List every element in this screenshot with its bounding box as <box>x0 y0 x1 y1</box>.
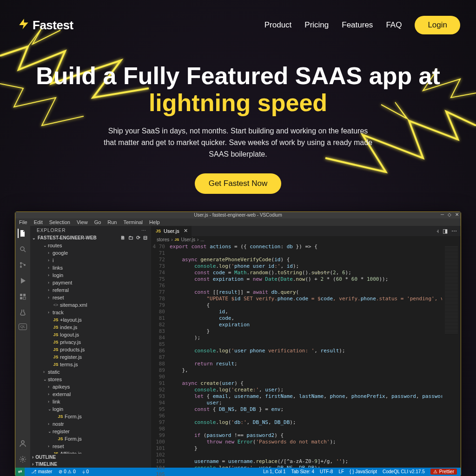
svg-rect-7 <box>23 297 26 299</box>
file-tree[interactable]: ⌄routes›google›i›links›login›payment›ref… <box>30 242 151 454</box>
nav-product[interactable]: Product <box>264 20 292 30</box>
tree-item[interactable]: ›track <box>30 309 151 316</box>
explorer-more-icon[interactable]: ⋯ <box>141 228 146 233</box>
cursor-position[interactable]: Ln 1, Col 1 <box>263 469 285 474</box>
prettier-status[interactable]: ⚠ Prettier <box>430 469 457 475</box>
tab-close-icon[interactable]: ✕ <box>184 228 188 234</box>
language-mode[interactable]: { } JavaScript <box>350 469 377 474</box>
tree-item[interactable]: JSForm.js <box>30 435 151 443</box>
tree-item[interactable]: JS+layout.js <box>30 316 151 324</box>
bolt-icon <box>16 16 32 34</box>
svg-rect-5 <box>23 294 26 296</box>
new-folder-icon[interactable]: 🗀 <box>128 235 133 241</box>
tree-item[interactable]: ⌄login <box>30 405 151 413</box>
more-actions-icon[interactable]: ⋯ <box>451 228 457 234</box>
menu-view[interactable]: View <box>77 219 88 225</box>
nav-links: Product Pricing Features FAQ Login <box>264 16 460 34</box>
extensions-icon[interactable] <box>18 292 27 301</box>
remote-indicator-icon[interactable]: ⇄ <box>15 468 25 476</box>
timeline-section[interactable]: ›TIMELINE <box>30 461 151 468</box>
tree-item[interactable]: JSAffiliate.js <box>30 450 151 454</box>
tree-item[interactable]: ›reset <box>30 443 151 450</box>
hero-title-line2: lightning speed <box>149 89 327 116</box>
tab-label: User.js <box>164 228 179 234</box>
tree-item[interactable]: ⌄register <box>30 428 151 435</box>
minimap[interactable] <box>442 244 461 468</box>
tree-item[interactable]: ›google <box>30 249 151 257</box>
branch-indicator[interactable]: ⎇ master <box>31 469 52 474</box>
js-file-icon: JS <box>156 229 161 233</box>
explorer-label: EXPLORER <box>37 228 66 233</box>
window-close-icon[interactable]: ✕ <box>455 212 459 217</box>
tree-item[interactable]: JSregister.js <box>30 353 151 361</box>
nav-pricing[interactable]: Pricing <box>304 20 329 30</box>
menu-run[interactable]: Run <box>107 219 117 225</box>
brand-logo[interactable]: Fastest <box>16 16 73 34</box>
refresh-icon[interactable]: ⟳ <box>136 235 140 241</box>
tree-item[interactable]: JSterms.js <box>30 361 151 368</box>
encoding[interactable]: UTF-8 <box>320 469 333 474</box>
nav-features[interactable]: Features <box>342 20 373 30</box>
menu-selection[interactable]: Selection <box>49 219 70 225</box>
tree-item[interactable]: JSindex.js <box>30 324 151 331</box>
tree-item[interactable]: JSprivacy.js <box>30 338 151 346</box>
svg-point-1 <box>20 262 22 264</box>
tree-item[interactable]: ›apikeys <box>30 383 151 390</box>
login-button[interactable]: Login <box>415 16 460 34</box>
compare-icon[interactable]: ⫞ <box>436 228 439 234</box>
tree-item[interactable]: ⌄stores <box>30 376 151 383</box>
settings-gear-icon[interactable] <box>18 455 27 464</box>
svg-point-9 <box>22 458 24 460</box>
tab-userjs[interactable]: JS User.js ✕ <box>151 226 192 236</box>
ports-indicator[interactable]: ⏚ 0 <box>82 469 89 474</box>
collapse-all-icon[interactable]: ⊟ <box>143 235 147 241</box>
tree-item[interactable]: ›payment <box>30 279 151 286</box>
tree-item[interactable]: ›links <box>30 264 151 271</box>
outline-section[interactable]: ›OUTLINE <box>30 454 151 461</box>
tree-item[interactable]: JSlogout.js <box>30 331 151 338</box>
run-debug-icon[interactable] <box>18 276 27 285</box>
code-content[interactable]: export const actions = ({ connection: db… <box>170 244 442 468</box>
window-titlebar: User.js - fastest-engineer-web - VSCodiu… <box>15 212 461 218</box>
testing-icon[interactable] <box>18 308 27 317</box>
window-maximize-icon[interactable]: ◇ <box>448 212 451 217</box>
window-minimize-icon[interactable]: ─ <box>441 212 444 217</box>
tree-item[interactable]: ›reset <box>30 294 151 301</box>
svg-point-0 <box>20 247 24 251</box>
cta-button[interactable]: Get Fastest Now <box>195 173 282 194</box>
explorer-icon[interactable] <box>18 229 27 238</box>
tree-item[interactable]: <>sitemap.xml <box>30 301 151 309</box>
menu-help[interactable]: Help <box>149 219 160 225</box>
menu-file[interactable]: File <box>19 219 27 225</box>
menu-go[interactable]: Go <box>94 219 101 225</box>
tree-item[interactable]: JSForm.js <box>30 413 151 420</box>
codeql-icon[interactable]: QL <box>19 324 27 330</box>
tree-item[interactable]: ›i <box>30 257 151 264</box>
tree-item[interactable]: ›static <box>30 368 151 376</box>
accounts-icon[interactable] <box>18 439 27 448</box>
breadcrumbs[interactable]: stores› JS User.js› ... <box>151 236 461 244</box>
split-right-icon[interactable]: ◨ <box>443 228 448 234</box>
menu-edit[interactable]: Edit <box>34 219 43 225</box>
activity-bar: QL <box>15 226 30 468</box>
brand-name: Fastest <box>33 18 73 33</box>
status-bar: ⇄ ⎇ master ⊘ 0 ⚠ 0 ⏚ 0 Ln 1, Col 1 Tab S… <box>15 468 461 476</box>
hero-subtitle: Ship your SaaS in days, not months. Star… <box>103 126 373 160</box>
eol[interactable]: LF <box>338 469 344 474</box>
new-file-icon[interactable]: 🗎 <box>120 235 126 241</box>
tree-item[interactable]: ›login <box>30 271 151 279</box>
nav-faq[interactable]: FAQ <box>386 20 402 30</box>
tree-item[interactable]: ›referral <box>30 286 151 294</box>
source-control-icon[interactable] <box>18 260 27 270</box>
problems-indicator[interactable]: ⊘ 0 ⚠ 0 <box>59 469 75 474</box>
codeql-status[interactable]: CodeQL CLI v2.17.5 <box>383 469 425 474</box>
tree-item[interactable]: ›external <box>30 390 151 398</box>
search-icon[interactable] <box>18 245 27 254</box>
svg-point-2 <box>20 266 22 268</box>
tree-item[interactable]: JSproducts.js <box>30 346 151 353</box>
menu-terminal[interactable]: Terminal <box>124 219 143 225</box>
tree-item[interactable]: ›link <box>30 398 151 405</box>
tab-size[interactable]: Tab Size: 4 <box>291 469 314 474</box>
tree-item[interactable]: ›nostr <box>30 420 151 428</box>
tree-item[interactable]: ⌄routes <box>30 242 151 249</box>
